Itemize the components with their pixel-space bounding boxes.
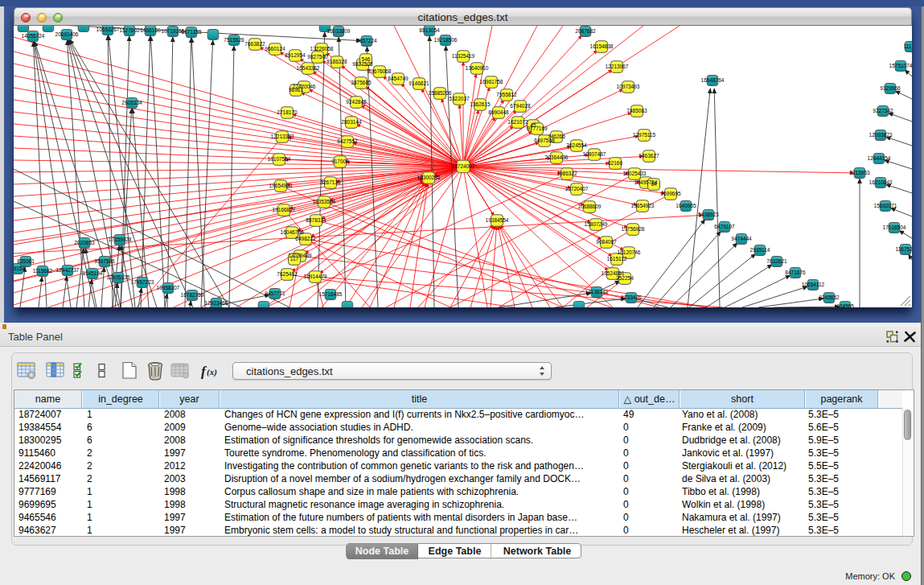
svg-text:2905334: 2905334 — [121, 100, 142, 105]
svg-text:8454749: 8454749 — [388, 76, 409, 81]
svg-text:(x): (x) — [207, 367, 217, 377]
svg-text:12905135: 12905135 — [107, 274, 130, 280]
svg-text:15720407: 15720407 — [565, 186, 589, 192]
svg-text:546: 546 — [362, 56, 371, 62]
svg-text:10653267: 10653267 — [97, 27, 120, 32]
svg-text:9242848: 9242848 — [346, 99, 367, 105]
svg-text:1733426: 1733426 — [621, 295, 642, 300]
svg-text:6671355: 6671355 — [181, 29, 202, 35]
svg-text:12093873: 12093873 — [869, 132, 893, 138]
svg-text:8186328: 8186328 — [326, 59, 347, 64]
svg-text:8990448: 8990448 — [488, 109, 509, 115]
svg-text:15751074: 15751074 — [889, 63, 912, 68]
svg-text:10973493: 10973493 — [617, 84, 640, 89]
svg-text:12213383: 12213383 — [271, 134, 294, 139]
svg-text:16648764: 16648764 — [701, 77, 725, 83]
svg-text:16782759: 16782759 — [181, 292, 204, 298]
svg-text:12444154: 12444154 — [868, 155, 891, 161]
svg-text:10025433: 10025433 — [623, 171, 647, 176]
svg-text:2087682: 2087682 — [575, 28, 596, 34]
svg-text:14055724: 14055724 — [22, 33, 45, 39]
svg-text:7857224: 7857224 — [356, 38, 377, 43]
svg-text:6794028: 6794028 — [510, 103, 531, 109]
svg-text:15692071: 15692071 — [874, 203, 897, 208]
svg-text:6479197: 6479197 — [714, 224, 735, 229]
svg-text:2803144: 2803144 — [341, 119, 362, 125]
svg-text:13640910: 13640910 — [466, 65, 489, 71]
svg-text:29676068: 29676068 — [368, 68, 392, 74]
svg-text:9457771: 9457771 — [265, 290, 285, 296]
svg-text:8878334: 8878334 — [306, 217, 326, 223]
svg-text:62160: 62160 — [608, 160, 622, 166]
svg-text:2020653: 2020653 — [74, 240, 95, 245]
svg-text:12942737: 12942737 — [56, 267, 80, 273]
svg-text:20364436: 20364436 — [545, 154, 569, 160]
svg-text:9227342: 9227342 — [873, 108, 893, 113]
svg-text:117: 117 — [290, 256, 299, 262]
svg-text:7515526: 7515526 — [224, 37, 244, 43]
svg-text:9329966: 9329966 — [880, 85, 901, 91]
svg-text:15885206: 15885206 — [429, 90, 452, 96]
svg-text:19654923: 19654923 — [269, 183, 293, 188]
svg-text:9827505: 9827505 — [352, 61, 373, 67]
svg-text:10958107: 10958107 — [157, 285, 180, 290]
svg-text:19218506: 19218506 — [434, 37, 458, 43]
svg-text:11325419: 11325419 — [452, 53, 475, 59]
svg-text:8215953: 8215953 — [849, 170, 870, 175]
svg-text:17359928: 17359928 — [109, 237, 132, 242]
svg-text:7625402: 7625402 — [277, 271, 298, 277]
svg-text:13226058: 13226058 — [310, 46, 334, 51]
svg-text:16543362: 16543362 — [297, 65, 320, 71]
svg-text:1615112: 1615112 — [607, 256, 627, 262]
svg-text:11174: 11174 — [903, 43, 912, 49]
svg-text:5322037: 5322037 — [449, 96, 470, 101]
svg-text:12975115: 12975115 — [633, 132, 656, 138]
svg-text:9474444: 9474444 — [731, 236, 752, 241]
svg-text:2718170: 2718170 — [277, 109, 298, 115]
svg-text:9397586: 9397586 — [94, 258, 115, 264]
svg-text:252254: 252254 — [616, 275, 634, 281]
svg-text:1621072: 1621072 — [507, 119, 528, 125]
svg-text:9827500: 9827500 — [307, 54, 328, 60]
svg-text:1115682: 1115682 — [33, 268, 53, 274]
svg-text:15807249: 15807249 — [585, 221, 608, 227]
svg-text:9777169: 9777169 — [527, 126, 548, 131]
svg-text:3624554: 3624554 — [566, 142, 587, 148]
svg-text:19384554: 19384554 — [486, 217, 509, 223]
svg-text:1362615: 1362615 — [470, 101, 491, 107]
svg-text:1167533: 1167533 — [896, 246, 912, 252]
svg-text:8912954: 8912954 — [285, 52, 306, 58]
svg-text:12923466: 12923466 — [205, 300, 228, 306]
svg-text:6498222: 6498222 — [295, 236, 316, 241]
svg-text:17016504: 17016504 — [883, 225, 906, 230]
svg-text:1527602: 1527602 — [119, 27, 140, 33]
svg-text:9660124: 9660124 — [265, 46, 285, 51]
svg-text:10654112: 10654112 — [802, 282, 825, 287]
svg-text:835061: 835061 — [17, 258, 35, 264]
svg-text:19756928: 19756928 — [622, 226, 645, 232]
svg-text:16961758: 16961758 — [480, 79, 503, 84]
svg-text:16033809: 16033809 — [327, 28, 351, 34]
svg-text:2935114: 2935114 — [750, 247, 770, 253]
svg-text:18300295: 18300295 — [417, 175, 441, 180]
svg-text:3875685: 3875685 — [351, 80, 372, 85]
svg-text:19166827: 19166827 — [273, 207, 296, 212]
svg-text:6497568: 6497568 — [534, 138, 555, 143]
svg-text:10807487: 10807487 — [583, 151, 606, 157]
svg-text:7632621: 7632621 — [766, 258, 787, 264]
svg-text:9699695: 9699695 — [660, 191, 681, 196]
svg-text:10688609: 10688609 — [578, 204, 602, 209]
svg-text:64: 64 — [651, 181, 657, 187]
svg-text:39154: 39154 — [14, 266, 25, 271]
svg-text:924565: 924565 — [836, 303, 854, 307]
svg-text:7955812: 7955812 — [496, 92, 517, 97]
svg-text:7986322: 7986322 — [556, 171, 577, 176]
svg-text:9245652: 9245652 — [819, 295, 840, 300]
svg-text:16154838: 16154838 — [590, 43, 614, 49]
svg-text:5938923: 5938923 — [698, 212, 719, 217]
svg-text:8427552: 8427552 — [337, 138, 358, 144]
svg-text:14136141: 14136141 — [585, 289, 609, 295]
svg-text:7485063: 7485063 — [626, 108, 647, 113]
svg-text:16210643: 16210643 — [869, 179, 893, 185]
svg-text:15716485: 15716485 — [319, 291, 343, 297]
